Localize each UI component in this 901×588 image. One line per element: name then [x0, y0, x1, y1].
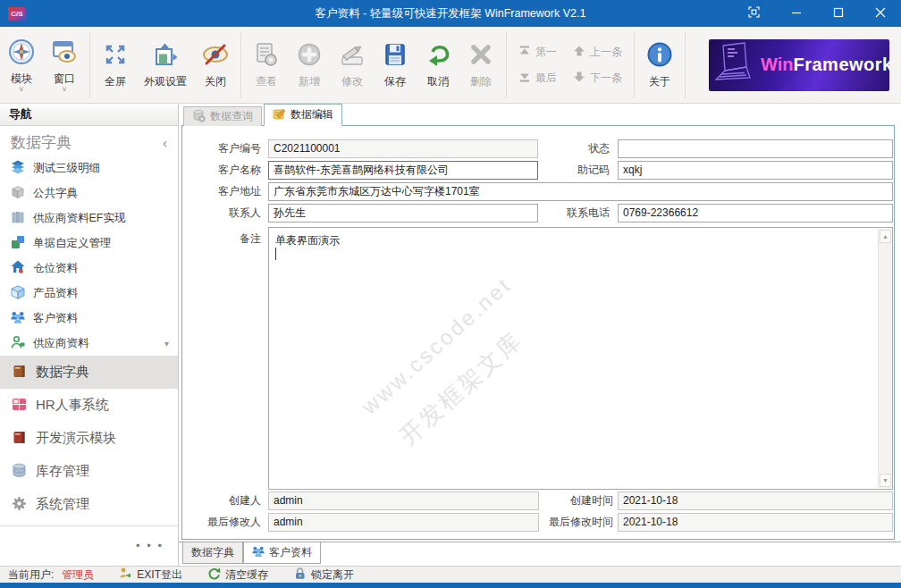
- sidebar-group-caption[interactable]: 数据字典 ‹: [0, 129, 178, 155]
- mnemonic-field[interactable]: xqkj: [618, 161, 893, 180]
- sidebar-item-public-dict[interactable]: 公共字典: [0, 181, 178, 206]
- modules-button[interactable]: 模块 ˅: [0, 27, 43, 103]
- view-button: 查看: [245, 27, 288, 103]
- cancel-button[interactable]: 取消: [417, 27, 459, 103]
- previous-record-button: 上一条: [573, 45, 622, 60]
- sidebar-module-system[interactable]: 系统管理: [0, 488, 178, 521]
- chevron-down-icon[interactable]: ▾: [164, 339, 169, 349]
- sidebar-item-custom-doc[interactable]: 单据自定义管理: [0, 231, 178, 256]
- remark-text: 单表界面演示: [275, 233, 340, 248]
- tab-data-edit[interactable]: 数据编辑: [264, 104, 342, 126]
- status-bar: 当前用户: 管理员 EXIT登出 清空缓存 锁定离开: [0, 566, 901, 583]
- modifier-field[interactable]: admin: [268, 513, 539, 532]
- vertical-scrollbar[interactable]: ▲ ▼: [878, 229, 891, 488]
- text-caret: [275, 248, 276, 260]
- modify-time-field[interactable]: 2021-10-18: [618, 513, 893, 532]
- maximize-icon: [833, 7, 844, 21]
- minimize-button[interactable]: [775, 0, 817, 27]
- add-plus-icon: [295, 40, 324, 71]
- document-tabstrip: 数据字典 客户资料: [179, 542, 901, 566]
- sidebar-item-supplier-ef[interactable]: 供应商资料EF实现: [0, 206, 178, 231]
- doc-tab-data-dictionary[interactable]: 数据字典: [182, 542, 243, 564]
- watermark-url: www.cscode.net: [357, 273, 517, 420]
- delete-x-icon: [467, 40, 495, 71]
- edit-note-icon: [273, 107, 286, 123]
- lock-leave-button[interactable]: 锁定离开: [293, 567, 354, 583]
- contact-label: 联系人: [184, 204, 261, 223]
- sidebar-module-dev-demo[interactable]: 开发演示模块: [0, 422, 178, 455]
- customer-no-field[interactable]: C2021100001: [268, 139, 538, 158]
- appearance-icon: [151, 40, 180, 71]
- sidebar-item-supplier[interactable]: 供应商资料 ▾: [0, 331, 178, 356]
- sidebar-item-product[interactable]: 产品资料: [0, 281, 178, 306]
- windows-button[interactable]: 窗口 ˅: [43, 27, 86, 103]
- sidebar-item-warehouse[interactable]: 仓位资料: [0, 256, 178, 281]
- overflow-menu-button[interactable]: • • •: [136, 539, 164, 552]
- scroll-up-button[interactable]: ▲: [880, 230, 891, 243]
- compass-icon: [7, 38, 36, 69]
- collapse-icon[interactable]: ‹: [163, 135, 167, 150]
- status-field[interactable]: [618, 139, 893, 158]
- laptop-icon: [709, 40, 759, 89]
- columns-icon: [11, 210, 25, 227]
- layers-icon: [11, 160, 25, 177]
- clear-cache-button[interactable]: 清空缓存: [207, 567, 268, 583]
- scroll-down-button[interactable]: ▼: [880, 474, 891, 487]
- winframework-logo: WinFramework: [709, 39, 889, 91]
- sidebar-module-inventory[interactable]: 库存管理: [0, 455, 178, 488]
- sidebar-item-test-detail[interactable]: 测试三级明细: [0, 155, 178, 181]
- brand-framework-text: Framework: [793, 55, 889, 74]
- phone-field[interactable]: 0769-22366612: [618, 204, 893, 223]
- main-area: 数据查询 数据编辑 客户编号 C2021100001 状态 客户名称 喜鹊软件-…: [179, 104, 901, 566]
- close-button[interactable]: [859, 0, 901, 27]
- fullscreen-button[interactable]: 全屏: [94, 27, 137, 103]
- sidebar-module-data-dictionary[interactable]: 数据字典: [0, 356, 178, 389]
- close-icon: [875, 7, 886, 21]
- toolbar-separator: [506, 31, 507, 98]
- add-button: 新增: [288, 27, 331, 103]
- info-icon: [645, 40, 674, 71]
- people-icon: [252, 545, 265, 560]
- save-button[interactable]: 保存: [374, 27, 417, 103]
- arrow-last-icon: [518, 71, 531, 86]
- remark-textarea[interactable]: www.cscode.net 开发框架文库 单表界面演示 ▲ ▼: [268, 227, 893, 490]
- appearance-settings-button[interactable]: 外观设置: [137, 27, 194, 103]
- toolbar-separator: [89, 31, 90, 98]
- chevron-down-icon: ˅: [19, 88, 23, 92]
- arrow-first-icon: [518, 45, 531, 60]
- book-brown-icon: [12, 364, 27, 382]
- first-record-button: 第一: [518, 45, 557, 60]
- toolbar-separator: [685, 31, 686, 98]
- create-time-field[interactable]: 2021-10-18: [618, 491, 893, 510]
- lock-icon: [293, 567, 307, 583]
- box-icon: [11, 185, 25, 202]
- floppy-save-icon: [381, 40, 409, 71]
- create-time-label: 创建时间: [500, 491, 613, 510]
- squares-icon: [11, 235, 25, 252]
- customer-name-label: 客户名称: [184, 161, 261, 180]
- about-button[interactable]: 关于: [638, 27, 681, 103]
- close-view-button[interactable]: 关闭: [194, 27, 237, 103]
- sidebar-item-customer[interactable]: 客户资料: [0, 306, 178, 331]
- logout-button[interactable]: EXIT登出: [119, 567, 182, 583]
- last-record-button: 最后: [518, 71, 557, 86]
- address-field[interactable]: 广东省东莞市东城区万达中心写字楼1701室: [268, 182, 893, 201]
- customer-name-field[interactable]: 喜鹊软件-东莞喜鹊网络科技有限公司: [268, 161, 538, 180]
- fullscreen-icon: [101, 40, 130, 71]
- database-gear-icon: [192, 109, 206, 125]
- nav-header: 导航: [0, 104, 178, 126]
- edit-tabstrip: 数据查询 数据编辑: [183, 104, 342, 126]
- creator-label: 创建人: [184, 491, 261, 510]
- tab-data-query: 数据查询: [183, 106, 262, 126]
- creator-field[interactable]: admin: [268, 491, 539, 510]
- navigation-sidebar: 导航 数据字典 ‹ 测试三级明细 公共字典: [0, 104, 179, 566]
- doc-tab-customer[interactable]: 客户资料: [243, 542, 321, 564]
- snap-window-button[interactable]: [733, 0, 775, 27]
- hr-grid-icon: [12, 397, 27, 415]
- sidebar-module-hr-system[interactable]: HR人事系统: [0, 389, 178, 422]
- chevron-down-icon: ˅: [62, 88, 66, 92]
- maximize-button[interactable]: [817, 0, 859, 27]
- contact-field[interactable]: 孙先生: [268, 204, 538, 223]
- current-user-value: 管理员: [62, 567, 94, 583]
- phone-label: 联系电话: [504, 204, 610, 223]
